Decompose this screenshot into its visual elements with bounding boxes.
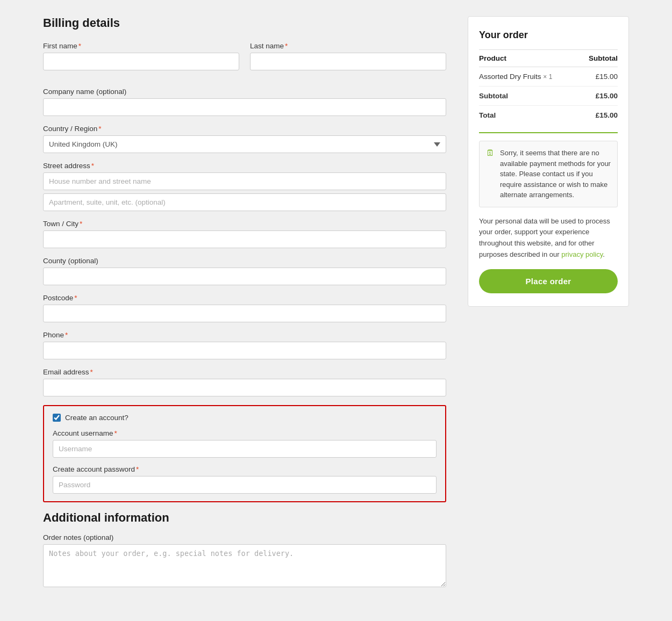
- company-name-label: Company name (optional): [43, 88, 446, 96]
- email-input[interactable]: [43, 379, 446, 396]
- order-table: Product Subtotal Assorted Dry Fruits × 1…: [479, 49, 618, 125]
- place-order-button[interactable]: Place order: [479, 269, 618, 293]
- col-product: Product: [479, 50, 578, 67]
- additional-info-title: Additional information: [43, 511, 446, 525]
- street-address-label: Street address*: [43, 162, 446, 170]
- billing-title: Billing details: [43, 16, 446, 30]
- county-label: County (optional): [43, 257, 446, 265]
- col-subtotal: Subtotal: [578, 50, 618, 67]
- product-price: £15.00: [578, 67, 618, 86]
- apartment-input[interactable]: [43, 193, 446, 211]
- last-name-input[interactable]: [250, 53, 446, 70]
- green-divider: [479, 132, 618, 133]
- create-account-checkbox[interactable]: [53, 414, 61, 422]
- create-account-label: Create an account?: [65, 414, 128, 422]
- notice-icon: 🗓: [486, 148, 495, 200]
- username-input[interactable]: [53, 440, 437, 458]
- email-label: Email address*: [43, 368, 446, 376]
- postcode-input[interactable]: [43, 305, 446, 322]
- product-qty: × 1: [543, 73, 552, 81]
- privacy-text: Your personal data will be used to proce…: [479, 216, 618, 261]
- county-input[interactable]: [43, 268, 446, 285]
- last-name-label: Last name*: [250, 42, 446, 50]
- order-panel-title: Your order: [479, 30, 618, 41]
- phone-input[interactable]: [43, 342, 446, 359]
- first-name-input[interactable]: [43, 53, 239, 70]
- total-row: Total £15.00: [479, 106, 618, 125]
- town-label: Town / City*: [43, 220, 446, 228]
- notice-text: Sorry, it seems that there are no availa…: [500, 148, 611, 200]
- product-name: Assorted Dry Fruits: [479, 73, 541, 81]
- username-label: Account username*: [53, 429, 437, 437]
- order-item-row: Assorted Dry Fruits × 1 £15.00: [479, 67, 618, 86]
- privacy-policy-link[interactable]: privacy policy: [561, 250, 603, 258]
- town-input[interactable]: [43, 230, 446, 248]
- password-input[interactable]: [53, 476, 437, 494]
- country-select[interactable]: United Kingdom (UK): [43, 135, 446, 153]
- order-notes-label: Order notes (optional): [43, 533, 446, 541]
- create-account-box: Create an account? Account username* Cre…: [43, 405, 446, 502]
- order-notes-textarea[interactable]: [43, 544, 446, 587]
- street-address-input[interactable]: [43, 172, 446, 190]
- postcode-label: Postcode*: [43, 294, 446, 302]
- company-name-input[interactable]: [43, 98, 446, 116]
- payment-notice-box: 🗓 Sorry, it seems that there are no avai…: [479, 141, 618, 207]
- password-label: Create account password*: [53, 465, 437, 473]
- order-panel: Your order Product Subtotal Assorted Dry…: [468, 16, 629, 307]
- first-name-label: First name*: [43, 42, 239, 50]
- subtotal-row: Subtotal £15.00: [479, 86, 618, 106]
- country-label: Country / Region*: [43, 125, 446, 133]
- phone-label: Phone*: [43, 331, 446, 339]
